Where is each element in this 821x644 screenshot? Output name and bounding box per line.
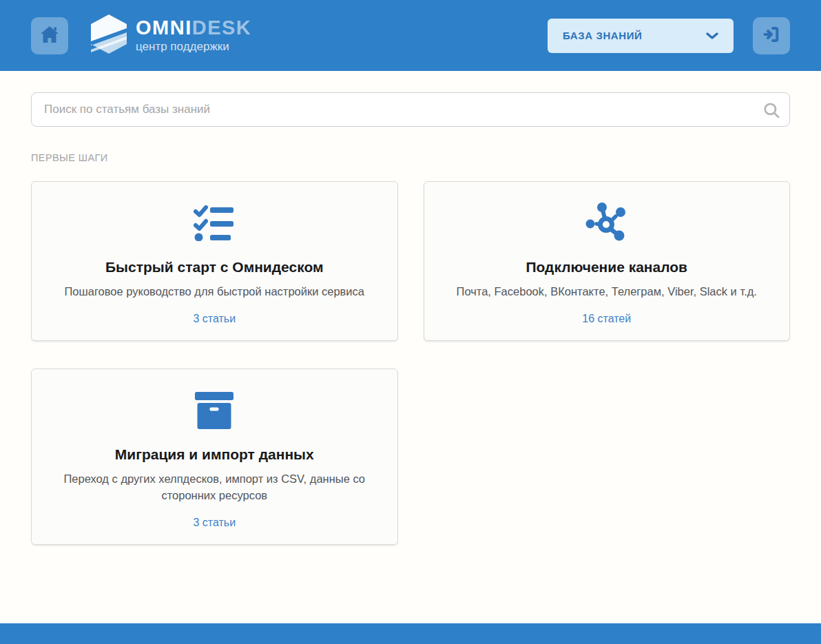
card-articles-count-link[interactable]: 16 статей	[582, 313, 631, 325]
card-title: Быстрый старт с Омнидеском	[51, 259, 378, 276]
logo-title: OMNIDESK	[136, 17, 251, 38]
logo-text: OMNIDESK центр поддержки	[136, 17, 251, 53]
card-description: Почта, Facebook, ВКонтакте, Телеграм, Vi…	[444, 284, 771, 300]
logo-subtitle: центр поддержки	[136, 40, 251, 54]
header: OMNIDESK центр поддержки БАЗА ЗНАНИЙ	[0, 0, 821, 71]
search-input[interactable]	[31, 92, 790, 127]
knowledge-base-dropdown[interactable]: БАЗА ЗНАНИЙ	[548, 19, 734, 53]
section-title: ПЕРВЫЕ ШАГИ	[31, 152, 790, 163]
checklist-icon	[51, 204, 378, 242]
logo-hexagon-icon	[91, 14, 127, 57]
network-icon	[444, 204, 771, 242]
home-button[interactable]	[31, 17, 68, 54]
logo[interactable]: OMNIDESK центр поддержки	[91, 14, 251, 57]
card-title: Миграция и импорт данных	[51, 446, 378, 463]
login-icon	[762, 25, 780, 45]
card-articles-count-link[interactable]: 3 статьи	[193, 313, 236, 325]
knowledge-base-dropdown-label: БАЗА ЗНАНИЙ	[563, 30, 643, 41]
search-submit-button[interactable]	[761, 100, 782, 123]
cards-grid: Быстрый старт с Омнидеском Пошаговое рук…	[31, 181, 790, 545]
card-channels[interactable]: Подключение каналов Почта, Facebook, ВКо…	[424, 181, 791, 341]
card-migration[interactable]: Миграция и импорт данных Переход с други…	[31, 368, 398, 545]
chevron-down-icon	[706, 30, 718, 42]
login-button[interactable]	[753, 17, 790, 54]
search-icon	[762, 111, 780, 121]
card-description: Пошаговое руководство для быстрой настро…	[51, 284, 378, 300]
card-title: Подключение каналов	[444, 259, 771, 276]
card-description: Переход с других хелпдесков, импорт из C…	[51, 471, 378, 504]
home-icon	[39, 25, 60, 46]
archive-box-icon	[51, 391, 378, 430]
footer-bar	[0, 623, 821, 644]
card-quick-start[interactable]: Быстрый старт с Омнидеском Пошаговое рук…	[31, 181, 398, 341]
card-articles-count-link[interactable]: 3 статьи	[193, 517, 236, 529]
search-bar	[31, 92, 790, 127]
